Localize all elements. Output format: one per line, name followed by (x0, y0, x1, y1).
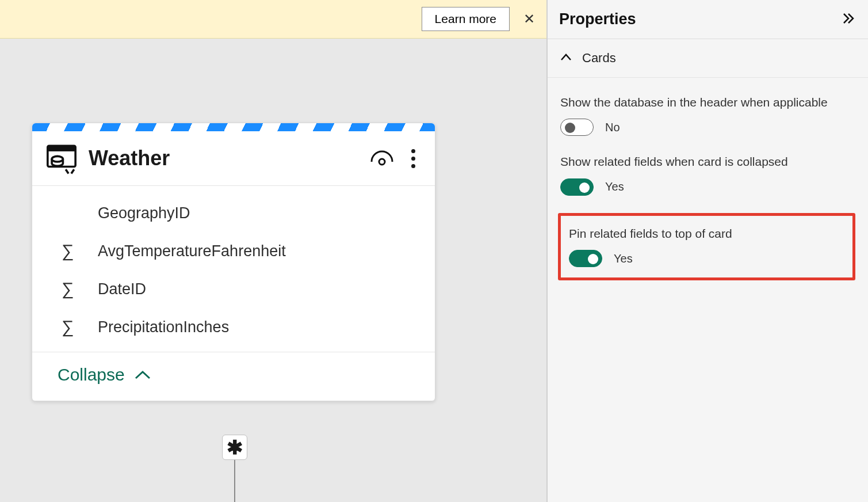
toggle-value: Yes (605, 180, 624, 193)
toggle-show-related[interactable] (560, 178, 594, 196)
section-title: Cards (582, 51, 616, 66)
toggle-value: Yes (614, 252, 633, 265)
field-name: PrecipitationInches (98, 318, 229, 336)
sigma-icon: ∑ (55, 241, 81, 261)
toggle-show-database[interactable] (560, 119, 594, 136)
info-bar: Learn more ✕ (0, 0, 546, 39)
sigma-icon: ∑ (55, 317, 81, 337)
chevron-up-icon (560, 53, 572, 63)
visibility-icon[interactable] (369, 149, 395, 168)
section-header-cards[interactable]: Cards (548, 39, 868, 78)
toggle-pin-related[interactable] (569, 250, 602, 267)
learn-more-button[interactable]: Learn more (422, 7, 510, 31)
collapse-button[interactable]: Collapse (32, 352, 435, 401)
relationship-line (234, 460, 235, 502)
table-icon (45, 142, 78, 175)
relationship-handle[interactable]: ✱ (222, 435, 247, 460)
field-row[interactable]: ∑ PrecipitationInches (32, 308, 435, 346)
prop-label: Show related fields when card is collaps… (560, 153, 855, 170)
field-list: ∑ GeographyID ∑ AvgTemperatureFahrenheit… (32, 186, 435, 352)
card-header: Weather (32, 131, 435, 186)
card-title: Weather (89, 146, 369, 170)
field-row[interactable]: ∑ DateID (32, 270, 435, 308)
field-row[interactable]: ∑ AvgTemperatureFahrenheit (32, 232, 435, 270)
field-name: GeographyID (98, 204, 190, 222)
properties-body: Show the database in the header when app… (548, 78, 868, 292)
prop-show-database: Show the database in the header when app… (560, 94, 855, 136)
prop-pin-related: Pin related fields to top of card Yes (569, 225, 844, 267)
model-canvas[interactable]: Learn more ✕ Weather (0, 0, 547, 502)
highlight-box: Pin related fields to top of card Yes (558, 213, 855, 280)
more-options-icon[interactable] (406, 147, 420, 170)
properties-title: Properties (559, 10, 636, 28)
card-selection-stripe (32, 123, 435, 131)
svg-rect-1 (48, 146, 75, 151)
prop-show-related: Show related fields when card is collaps… (560, 153, 855, 195)
collapse-panel-icon[interactable] (843, 13, 855, 26)
prop-label: Pin related fields to top of card (569, 225, 844, 242)
properties-panel: Properties Cards Show the database in th… (547, 0, 868, 502)
collapse-label: Collapse (58, 365, 125, 385)
chevron-up-icon (134, 370, 151, 380)
close-icon[interactable]: ✕ (522, 11, 536, 27)
field-name: DateID (98, 280, 146, 298)
table-card-weather[interactable]: Weather ∑ GeographyID ∑ (32, 123, 435, 401)
field-row[interactable]: ∑ GeographyID (32, 194, 435, 232)
toggle-value: No (605, 121, 620, 134)
prop-label: Show the database in the header when app… (560, 94, 855, 111)
svg-point-2 (52, 156, 63, 162)
field-name: AvgTemperatureFahrenheit (98, 242, 286, 260)
properties-header: Properties (548, 0, 868, 39)
sigma-icon: ∑ (55, 279, 81, 299)
svg-point-3 (379, 159, 385, 165)
